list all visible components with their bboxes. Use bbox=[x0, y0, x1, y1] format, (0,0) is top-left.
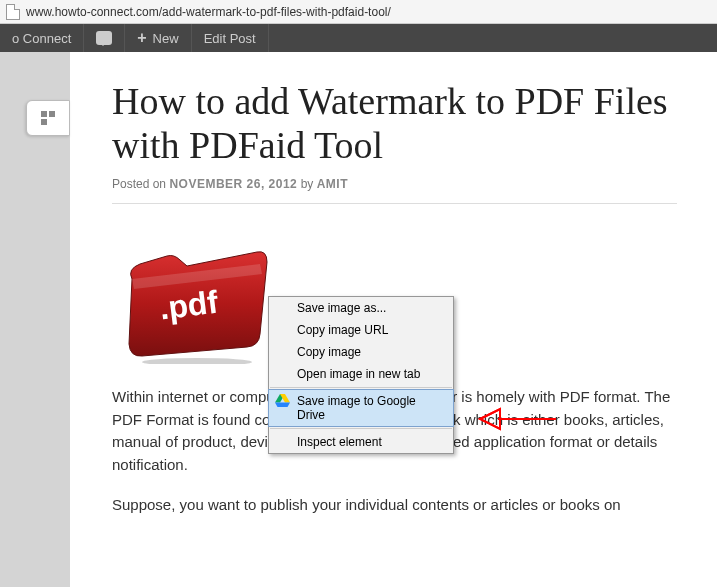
menu-save-to-google-drive[interactable]: Save image to Google Drive bbox=[268, 389, 454, 427]
help-icon bbox=[39, 109, 57, 127]
plus-icon: + bbox=[137, 29, 146, 47]
menu-copy-image-url[interactable]: Copy image URL bbox=[269, 319, 453, 341]
menu-open-image-new-tab[interactable]: Open image in new tab bbox=[269, 363, 453, 385]
page-icon bbox=[6, 4, 20, 20]
pdf-folder-image: .pdf bbox=[112, 234, 272, 364]
title-separator bbox=[112, 203, 677, 204]
connect-label: o Connect bbox=[12, 31, 71, 46]
svg-point-1 bbox=[142, 358, 252, 364]
new-label: New bbox=[153, 31, 179, 46]
post-meta: Posted on NOVEMBER 26, 2012 by AMIT bbox=[112, 177, 677, 191]
google-drive-icon bbox=[275, 394, 290, 407]
context-menu: Save image as... Copy image URL Copy ima… bbox=[268, 296, 454, 454]
admin-connect[interactable]: o Connect bbox=[0, 24, 84, 52]
admin-new[interactable]: + New bbox=[125, 24, 191, 52]
comment-icon bbox=[96, 31, 112, 45]
menu-inspect-element[interactable]: Inspect element bbox=[269, 431, 453, 453]
left-gutter bbox=[0, 52, 70, 587]
help-tab-button[interactable] bbox=[26, 100, 70, 136]
posted-on-label: Posted on bbox=[112, 177, 166, 191]
menu-separator-2 bbox=[270, 428, 452, 429]
menu-separator-1 bbox=[270, 387, 452, 388]
edit-label: Edit Post bbox=[204, 31, 256, 46]
post-date[interactable]: NOVEMBER 26, 2012 bbox=[169, 177, 297, 191]
post-author[interactable]: AMIT bbox=[317, 177, 348, 191]
menu-gdrive-label: Save image to Google Drive bbox=[297, 394, 416, 422]
browser-url-bar[interactable]: www.howto-connect.com/add-watermark-to-p… bbox=[0, 0, 717, 24]
svg-text:.pdf: .pdf bbox=[157, 284, 220, 327]
paragraph-2: Suppose, you want to publish your indivi… bbox=[112, 494, 677, 517]
admin-edit-post[interactable]: Edit Post bbox=[192, 24, 269, 52]
page-title: How to add Watermark to PDF Files with P… bbox=[112, 80, 677, 167]
url-text: www.howto-connect.com/add-watermark-to-p… bbox=[26, 5, 391, 19]
menu-copy-image[interactable]: Copy image bbox=[269, 341, 453, 363]
admin-comments[interactable] bbox=[84, 24, 125, 52]
menu-save-image-as[interactable]: Save image as... bbox=[269, 297, 453, 319]
annotation-arrow bbox=[478, 404, 558, 434]
wp-admin-bar: o Connect + New Edit Post bbox=[0, 24, 717, 52]
by-label: by bbox=[301, 177, 314, 191]
